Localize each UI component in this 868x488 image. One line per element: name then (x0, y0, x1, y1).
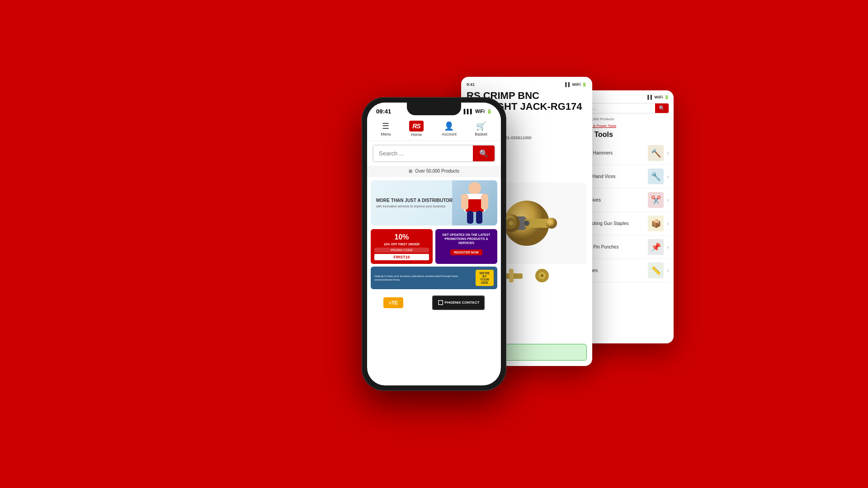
search-icon: 🔍 (479, 149, 488, 158)
small-part-2 (528, 267, 556, 285)
nav-menu-label: Menu (381, 132, 391, 136)
te-connectivity-logo: ≡TE (383, 297, 403, 308)
nav-account-label: Account (442, 132, 457, 136)
hammer-icon: 🔨 (648, 145, 664, 161)
promo-title: MORE THAN JUST A DISTRIBUTOR (376, 198, 453, 203)
grid-icon-main: ⊞ (409, 169, 412, 174)
search-section: 🔍 (367, 141, 501, 166)
basket-icon: 🛒 (476, 121, 486, 131)
status-time: 09:41 (376, 108, 391, 115)
status-icons: ▌▌▌ WiFi 🔋 (464, 109, 492, 114)
chevron-icon-6: › (667, 267, 669, 274)
search-bar[interactable]: 🔍 (373, 145, 495, 162)
punches-icon: 📌 (648, 239, 664, 255)
svg-rect-17 (461, 194, 468, 210)
card-icons-mid: ▌▌ WiFi 🔋 (565, 82, 587, 87)
card-icons-right: ▌▌ WiFi 🔋 (647, 95, 669, 99)
promo-code-label: PROMO CODE (374, 248, 429, 253)
svg-point-5 (524, 221, 529, 226)
svg-rect-10 (509, 269, 514, 282)
phone-notch (407, 103, 461, 115)
promo-purple-title: GET UPDATES ON THE LATEST PROMOTIONS PRO… (439, 233, 494, 245)
knives-icon: ✂️ (648, 192, 664, 208)
promo-code-value: FIRST10 (374, 254, 429, 260)
svg-rect-18 (481, 194, 488, 210)
bottom-banner-badge: WE'RE BY YOUR SIDE (476, 270, 494, 286)
promo-card-purple[interactable]: GET UPDATES ON THE LATEST PROMOTIONS PRO… (435, 229, 497, 264)
signal-icon: ▌▌▌ (464, 109, 473, 114)
svg-point-13 (541, 274, 543, 277)
promo-subtitle: with innovative services to improve your… (376, 205, 453, 208)
nav-basket[interactable]: 🛒 Basket (475, 121, 487, 136)
person-svg (454, 180, 495, 225)
rs-logo: RS (409, 121, 423, 131)
account-icon: 👤 (444, 121, 454, 131)
svg-rect-19 (467, 211, 473, 224)
wifi-icon: WiFi (475, 109, 485, 114)
promo-banner[interactable]: MORE THAN JUST A DISTRIBUTOR with innova… (371, 180, 497, 225)
staples-icon: 📦 (648, 216, 664, 231)
nav-menu[interactable]: ☰ Menu (381, 121, 391, 136)
search-input[interactable] (373, 145, 473, 161)
chevron-icon-5: › (667, 244, 669, 250)
nav-home-label: Home (411, 132, 422, 137)
chevron-icon-3: › (667, 197, 669, 203)
svg-point-3 (546, 218, 557, 229)
products-badge-text: Over 50,000 Products (415, 169, 459, 174)
bottom-banner-text: Helping to keep your business operations… (374, 274, 473, 282)
promo-card-red[interactable]: 10% 10% OFF FIRST ORDER PROMO CODE FIRST… (371, 229, 433, 264)
products-badge: ⊞ Over 50,000 Products (367, 166, 501, 177)
nav-home[interactable]: RS Home (409, 121, 423, 137)
hamburger-icon: ☰ (382, 121, 389, 131)
register-now-button[interactable]: REGISTER NOW (450, 249, 482, 255)
phoenix-contact-logo: ☐ PHOENIX CONTACT (432, 296, 485, 310)
card-status-bar-mid: 9:41 ▌▌ WiFi 🔋 (467, 82, 587, 87)
bottom-banner[interactable]: Helping to keep your business operations… (371, 267, 497, 289)
vices-icon: 🔧 (648, 169, 664, 184)
promo-text: MORE THAN JUST A DISTRIBUTOR with innova… (371, 194, 458, 211)
brand-logos: ≡TE ☐ PHOENIX CONTACT (367, 292, 501, 314)
svg-point-8 (509, 221, 513, 225)
card-time-mid: 9:41 (467, 82, 475, 87)
chalk-icon: 📏 (648, 263, 664, 278)
search-button[interactable]: 🔍 (473, 145, 495, 161)
nav-account[interactable]: 👤 Account (442, 121, 457, 136)
svg-rect-20 (476, 211, 482, 224)
phoenix-logo-symbol: ☐ (438, 299, 443, 306)
phone-screen: 09:41 ▌▌▌ WiFi 🔋 ☰ Menu RS Home (367, 103, 501, 385)
battery-icon: 🔋 (486, 109, 492, 114)
promo-cards: 10% 10% OFF FIRST ORDER PROMO CODE FIRST… (371, 229, 497, 264)
svg-point-14 (468, 182, 481, 195)
nav-bar: ☰ Menu RS Home 👤 Account 🛒 Basket (367, 117, 501, 141)
phones-scene: 9:41 ▌▌ WiFi 🔋 🔍 ⊞ Over 50,000 Products … (231, 41, 637, 447)
right-card-search-button[interactable]: 🔍 (655, 103, 669, 113)
promo-red-title: 10% 10% OFF FIRST ORDER (374, 233, 429, 246)
main-phone: 09:41 ▌▌▌ WiFi 🔋 ☰ Menu RS Home (362, 97, 506, 391)
chevron-icon-2: › (667, 174, 669, 180)
chevron-icon-1: › (667, 150, 669, 156)
chevron-icon-4: › (667, 221, 669, 227)
nav-basket-label: Basket (475, 132, 487, 136)
promo-person-image (452, 180, 497, 225)
